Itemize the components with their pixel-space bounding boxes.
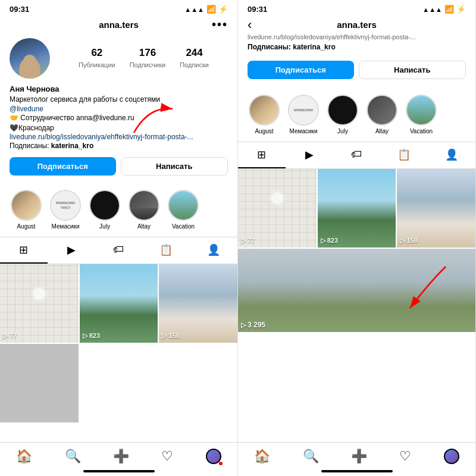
tab-reels-1[interactable]: ▶ <box>48 237 95 264</box>
signal-icon: ▲▲▲ <box>184 6 204 13</box>
tab-saved-2[interactable]: 📋 <box>380 142 428 168</box>
tab-reels-2[interactable]: ▶ <box>286 142 333 168</box>
subscribed-label-2: Подписаны: <box>248 43 293 51</box>
nav-search-2[interactable]: 🔍 <box>303 449 319 464</box>
nav-profile-1[interactable] <box>206 449 221 464</box>
header-1: anna.ters ••• <box>0 16 237 33</box>
profile-section-1: 62 Публикации 176 Подписчики 244 Подписк… <box>0 33 237 186</box>
tab-contact-2[interactable]: 👤 <box>428 142 475 168</box>
reels-icon: ▶ <box>67 243 76 258</box>
home-indicator-1 <box>83 470 155 472</box>
play-icon-2-2 <box>321 237 325 245</box>
post-2-1[interactable]: 77 <box>238 169 317 248</box>
nav-profile-2[interactable] <box>444 449 459 464</box>
reels-icon-2: ▶ <box>305 148 314 162</box>
nav-home-2[interactable]: 🏠 <box>254 449 270 464</box>
follow-button-1[interactable]: Подписаться <box>10 157 116 176</box>
post-2-3[interactable]: 158 <box>397 169 475 248</box>
url-bar-2: livedune.ru/blog/issledovaniya/ehffektiv… <box>238 33 475 43</box>
post-count-2-3: 158 <box>400 237 417 245</box>
saved-icon-2: 📋 <box>397 148 411 162</box>
heart-icon-2: ♡ <box>399 449 411 464</box>
more-button-1[interactable]: ••• <box>212 18 228 32</box>
profile-avatar-nav-2 <box>444 449 459 464</box>
status-bar-1: 09:31 ▲▲▲ 📶 ⚡ <box>0 0 237 16</box>
add-icon-1: ➕ <box>113 449 129 464</box>
nav-home-1[interactable]: 🏠 <box>16 449 32 464</box>
post-count-2-1: 77 <box>241 237 255 245</box>
message-button-1[interactable]: Написать <box>121 157 228 176</box>
stat-posts: 62 Публикации <box>79 47 115 70</box>
bottom-post-area: 3 295 <box>238 249 475 332</box>
search-icon-1: 🔍 <box>65 449 81 464</box>
message-button-2[interactable]: Написать <box>359 61 466 79</box>
contact-icon-2: 👤 <box>445 148 458 162</box>
story-label-july-2: July <box>337 128 348 134</box>
tab-grid-2[interactable]: ⊞ <box>238 142 286 168</box>
post-grid-2: 77 823 158 <box>238 169 475 248</box>
home-icon-1: 🏠 <box>16 449 32 464</box>
back-button-2[interactable]: ‹ <box>248 17 252 33</box>
post-2[interactable]: 823 <box>80 264 158 343</box>
post-3[interactable]: 158 <box>159 264 237 343</box>
play-icon-1 <box>3 332 8 340</box>
post-count-2: 823 <box>83 332 100 340</box>
posts-label: Публикации <box>79 61 115 68</box>
story-july-1[interactable]: July <box>88 190 121 230</box>
tab-tagged-1[interactable]: 🏷 <box>95 237 143 264</box>
stories-row-1: August мемасики текст Мемасики July Alta… <box>0 186 237 233</box>
subscribed-user-1[interactable]: katerina_kro <box>51 142 93 150</box>
followers-count: 176 <box>130 47 166 59</box>
wifi-icon: 📶 <box>206 5 216 14</box>
post-2-2[interactable]: 823 <box>318 169 396 248</box>
battery-icon-2: ⚡ <box>456 5 466 14</box>
profile-subscribed-1: Подписаны: katerina_kro <box>10 141 228 151</box>
stories-row-2: August мемасики Мемасики July Altay <box>238 91 475 138</box>
post-1[interactable]: 77 <box>0 264 79 343</box>
story-august-2[interactable]: August <box>248 95 281 134</box>
profile-url-1[interactable]: livedune.ru/blog/issledovaniya/ehffektiv… <box>10 133 228 141</box>
tab-contact-1[interactable]: 👤 <box>190 237 237 264</box>
following-count: 244 <box>180 47 209 59</box>
nav-add-2[interactable]: ➕ <box>351 449 367 464</box>
profile-bio-1: Маркетолог сервиса для работы с соцсетям… <box>10 95 228 105</box>
post-count-2-2: 823 <box>321 237 338 245</box>
grid-icon-2: ⊞ <box>257 148 266 161</box>
nav-heart-1[interactable]: ♡ <box>161 449 173 464</box>
tab-grid-1[interactable]: ⊞ <box>0 237 48 264</box>
search-icon-2: 🔍 <box>303 449 319 464</box>
tagged-icon-2: 🏷 <box>351 148 362 162</box>
tab-tagged-2[interactable]: 🏷 <box>333 142 381 168</box>
story-altay-1[interactable]: Altay <box>127 190 161 230</box>
story-vacation-2[interactable]: Vacation <box>405 95 438 134</box>
nav-add-1[interactable]: ➕ <box>113 449 129 464</box>
follow-button-2[interactable]: Подписаться <box>248 61 354 79</box>
nav-heart-2[interactable]: ♡ <box>399 449 411 464</box>
post-4[interactable] <box>0 344 79 422</box>
story-july-2[interactable]: July <box>326 95 359 134</box>
story-august-1[interactable]: August <box>10 190 43 230</box>
tabs-row-2: ⊞ ▶ 🏷 📋 👤 <box>238 142 475 169</box>
profile-tag-1[interactable]: @livedune <box>10 105 228 113</box>
subscribed-by-2: Подписаны: katerina_kro <box>238 43 475 55</box>
stat-following: 244 Подписки <box>180 47 209 70</box>
play-icon-3 <box>162 332 167 340</box>
nav-search-1[interactable]: 🔍 <box>65 449 81 464</box>
time-1: 09:31 <box>10 5 29 14</box>
story-vacation-1[interactable]: Vacation <box>167 190 200 230</box>
wifi-icon-2: 📶 <box>444 5 454 14</box>
post-count-2-4: 3 295 <box>241 321 265 329</box>
play-icon-2 <box>83 332 87 340</box>
tab-saved-1[interactable]: 📋 <box>142 237 190 264</box>
story-label-august-2: August <box>255 128 273 134</box>
avatar-1[interactable] <box>10 38 50 79</box>
story-mem-1[interactable]: мемасики текст Мемасики <box>49 190 82 230</box>
story-altay-2[interactable]: Altay <box>365 95 399 134</box>
subscribed-user-2[interactable]: katerina_kro <box>293 43 335 51</box>
home-icon-2: 🏠 <box>254 449 270 464</box>
story-label-mem-1: Мемасики <box>52 223 80 230</box>
story-mem-2[interactable]: мемасики Мемасики <box>287 95 320 134</box>
stat-followers: 176 Подписчики <box>130 47 166 70</box>
post-count-3: 158 <box>162 332 179 340</box>
post-2-4-large[interactable]: 3 295 <box>238 249 475 332</box>
